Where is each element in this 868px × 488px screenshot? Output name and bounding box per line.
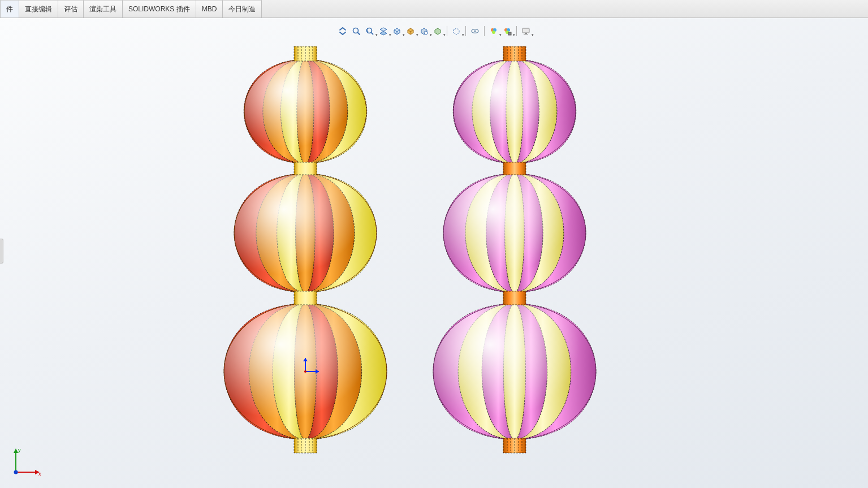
svg-rect-24 [294, 291, 317, 305]
tab-label: 今日制造 [228, 5, 256, 14]
svg-point-18 [234, 174, 377, 292]
svg-rect-13 [525, 33, 527, 34]
appearance-palette-icon[interactable] [487, 25, 500, 37]
model-lantern-left [215, 46, 396, 478]
svg-rect-14 [524, 34, 528, 34]
heads-up-view-toolbar [334, 24, 534, 38]
zoom-to-area-icon[interactable] [350, 25, 362, 37]
svg-point-45 [433, 304, 596, 439]
graphics-viewport[interactable]: y x [0, 18, 868, 488]
tab-features-partial[interactable]: 件 [0, 0, 19, 18]
svg-rect-11 [508, 32, 511, 35]
axis-x-label: x [38, 471, 41, 477]
display-style-icon[interactable] [404, 25, 417, 37]
svg-point-16 [244, 59, 366, 163]
toolbar-separator [484, 26, 485, 36]
svg-point-43 [443, 174, 586, 292]
svg-point-41 [454, 59, 576, 163]
svg-marker-62 [14, 448, 18, 453]
tab-evaluate[interactable]: 评估 [58, 0, 84, 18]
tab-label: 直接编辑 [25, 5, 52, 14]
view-settings-icon[interactable] [520, 25, 532, 37]
task-pane-handle[interactable] [0, 239, 3, 264]
model-lantern-right [424, 46, 605, 478]
tab-label: MBD [202, 5, 217, 13]
tab-solidworks-addins[interactable]: SOLIDWORKS 插件 [123, 0, 196, 18]
zoom-to-fit-icon[interactable] [336, 25, 349, 37]
svg-point-7 [492, 31, 495, 34]
hide-all-types-icon[interactable] [450, 25, 463, 37]
previous-view-icon[interactable] [364, 25, 376, 37]
edit-appearance-icon[interactable] [431, 25, 444, 37]
view-orientation-icon[interactable] [391, 25, 403, 37]
command-manager-tabs: 件 直接编辑 评估 渲染工具 SOLIDWORKS 插件 MBD 今日制造 [0, 0, 868, 18]
tab-direct-edit[interactable]: 直接编辑 [19, 0, 58, 18]
tab-mbd[interactable]: MBD [196, 0, 223, 18]
svg-point-40 [304, 370, 306, 373]
tab-render-tools[interactable]: 渲染工具 [84, 0, 123, 18]
section-view-icon[interactable] [377, 25, 390, 37]
eye-icon[interactable] [469, 25, 481, 37]
tab-today-manufacture[interactable]: 今日制造 [223, 0, 262, 18]
tab-label: 渲染工具 [89, 5, 116, 14]
apply-scene-icon[interactable] [501, 25, 513, 37]
svg-rect-48 [503, 162, 526, 175]
tab-label: 件 [6, 5, 13, 14]
toolbar-separator [516, 26, 517, 36]
svg-rect-23 [294, 162, 317, 175]
toolbar-separator [465, 26, 466, 36]
svg-point-2 [424, 31, 427, 34]
svg-point-65 [14, 470, 18, 474]
svg-rect-12 [522, 28, 529, 33]
toolbar-separator [447, 26, 447, 36]
tab-label: SOLIDWORKS 插件 [128, 5, 190, 14]
svg-point-4 [474, 30, 476, 32]
svg-rect-49 [503, 291, 526, 305]
hide-show-items-icon[interactable] [418, 25, 430, 37]
axis-y-label: y [18, 447, 21, 453]
tab-label: 评估 [64, 5, 77, 14]
reference-triad: y x [10, 444, 44, 478]
